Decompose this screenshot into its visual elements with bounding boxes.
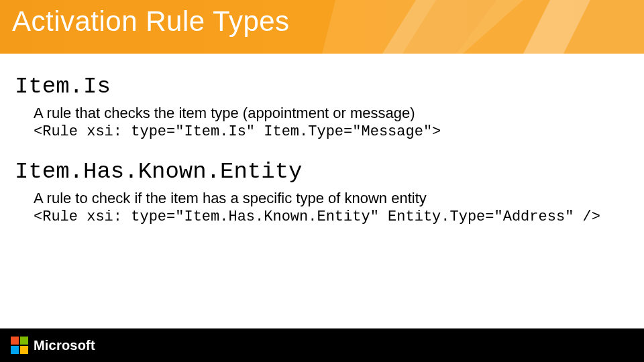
rule-description: A rule that checks the item type (appoin… bbox=[34, 105, 629, 122]
slide-content: Item.Is A rule that checks the item type… bbox=[0, 54, 644, 225]
rule-code-sample: <Rule xsi: type="Item.Has.Known.Entity" … bbox=[34, 208, 629, 225]
rule-code-sample: <Rule xsi: type="Item.Is" Item.Type="Mes… bbox=[34, 123, 629, 140]
rule-heading: Item.Is bbox=[15, 74, 629, 99]
slide-footer: Microsoft bbox=[0, 328, 644, 362]
header-decorative-pattern bbox=[322, 0, 644, 54]
rule-description: A rule to check if the item has a specif… bbox=[34, 190, 629, 207]
rule-heading: Item.Has.Known.Entity bbox=[15, 159, 629, 184]
microsoft-logo: Microsoft bbox=[11, 337, 95, 354]
slide-header: Activation Rule Types bbox=[0, 0, 644, 54]
slide-title: Activation Rule Types bbox=[12, 5, 290, 38]
microsoft-logo-icon bbox=[11, 337, 28, 354]
microsoft-wordmark: Microsoft bbox=[34, 338, 95, 353]
